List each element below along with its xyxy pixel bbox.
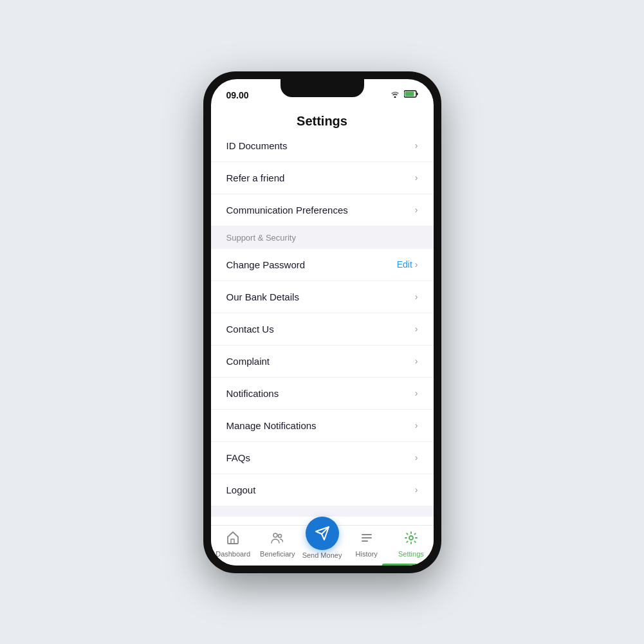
phone-frame: 09.00 Setting: [203, 71, 441, 573]
section-header-support-security: Support & Security: [211, 226, 434, 249]
svg-rect-6: [231, 539, 234, 544]
nav-label-history: History: [356, 550, 378, 558]
chevron-right-icon: ›: [415, 205, 418, 215]
menu-item-label: Communication Preferences: [226, 205, 348, 216]
nav-item-dashboard[interactable]: Dashboard: [211, 531, 255, 558]
nav-label-settings: Settings: [398, 550, 424, 558]
wifi-icon: [390, 90, 400, 100]
chevron-right-icon: ›: [415, 388, 418, 398]
nav-label-beneficiary: Beneficiary: [260, 550, 295, 558]
home-icon: [226, 531, 240, 549]
menu-item-label: Notifications: [226, 388, 279, 399]
menu-item-label: Refer a friend: [226, 172, 285, 183]
notch: [281, 79, 364, 97]
send-money-fab[interactable]: [306, 517, 339, 550]
chevron-right-icon: ›: [415, 259, 418, 270]
menu-item-complaint[interactable]: Complaint ›: [211, 345, 434, 378]
chevron-right-icon: ›: [415, 291, 418, 302]
chevron-right-icon: ›: [415, 140, 418, 151]
menu-item-label: Manage Notifications: [226, 420, 317, 431]
bottom-nav: Dashboard Beneficiary: [211, 525, 434, 566]
section-spacer: [211, 506, 434, 517]
beneficiary-icon: [270, 531, 284, 549]
menu-item-contact-us[interactable]: Contact Us ›: [211, 313, 434, 345]
chevron-right-icon: ›: [415, 420, 418, 430]
battery-icon: [404, 90, 418, 100]
history-icon: [360, 531, 374, 549]
menu-item-logout[interactable]: Logout ›: [211, 474, 434, 506]
menu-item-id-documents[interactable]: ID Documents ›: [211, 134, 434, 162]
menu-item-notifications[interactable]: Notifications ›: [211, 378, 434, 410]
menu-item-communication-preferences[interactable]: Communication Preferences ›: [211, 194, 434, 226]
nav-active-bar: [382, 564, 421, 566]
menu-item-manage-notifications[interactable]: Manage Notifications ›: [211, 410, 434, 442]
menu-item-label: FAQs: [226, 452, 251, 463]
settings-icon: [404, 531, 418, 549]
status-icons: [390, 90, 418, 100]
menu-item-faqs[interactable]: FAQs ›: [211, 442, 434, 474]
menu-item-label: ID Documents: [226, 140, 288, 151]
menu-item-label: Logout: [226, 484, 256, 495]
nav-item-settings[interactable]: Settings: [389, 531, 433, 558]
chevron-right-icon: ›: [415, 484, 418, 495]
status-time: 09.00: [226, 90, 249, 100]
menu-item-label: Change Password: [226, 259, 306, 270]
menu-item-label: Complaint: [226, 356, 270, 367]
phone-screen: 09.00 Setting: [211, 79, 434, 566]
chevron-right-icon: ›: [415, 356, 418, 366]
menu-item-change-password[interactable]: Change Password Edit ›: [211, 249, 434, 281]
chevron-right-icon: ›: [415, 172, 418, 183]
menu-item-label: Our Bank Details: [226, 291, 299, 302]
menu-item-refer-friend[interactable]: Refer a friend ›: [211, 162, 434, 194]
svg-rect-2: [405, 92, 414, 97]
edit-label[interactable]: Edit: [397, 259, 412, 270]
page-title: Settings: [211, 107, 434, 134]
menu-item-label: Contact Us: [226, 324, 274, 335]
svg-point-8: [279, 534, 282, 537]
scroll-content: ID Documents › Refer a friend › Communic…: [211, 134, 434, 525]
nav-item-history[interactable]: History: [344, 531, 389, 558]
svg-rect-1: [416, 93, 418, 95]
nav-item-send-money[interactable]: Send Money: [300, 517, 344, 559]
svg-point-7: [273, 533, 277, 537]
nav-label-dashboard: Dashboard: [216, 550, 250, 558]
chevron-right-icon: ›: [415, 452, 418, 463]
menu-item-our-bank-details[interactable]: Our Bank Details ›: [211, 281, 434, 313]
nav-label-send-money: Send Money: [302, 551, 342, 559]
svg-point-12: [409, 536, 413, 540]
nav-item-beneficiary[interactable]: Beneficiary: [255, 531, 300, 558]
chevron-right-icon: ›: [415, 324, 418, 334]
change-password-right: Edit ›: [397, 259, 418, 270]
